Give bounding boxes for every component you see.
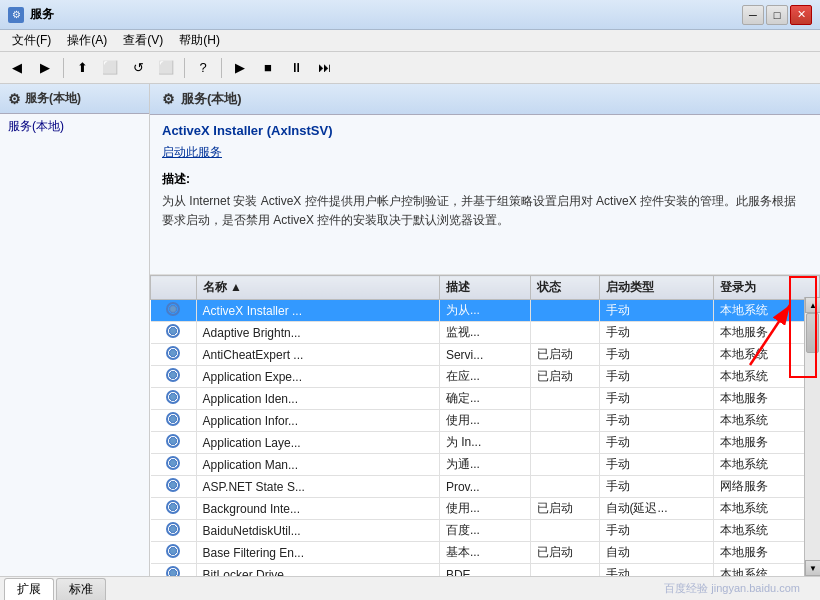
- forward-button[interactable]: ▶: [32, 56, 58, 80]
- service-gear-icon: [166, 478, 180, 492]
- help-button[interactable]: ?: [190, 56, 216, 80]
- scrollbar-track[interactable]: [805, 313, 820, 560]
- service-type-cell: 自动: [599, 542, 713, 564]
- service-type-cell: 手动: [599, 366, 713, 388]
- table-row[interactable]: BaiduNetdiskUtil...百度...手动本地系统: [151, 520, 820, 542]
- service-status-cell: [531, 454, 599, 476]
- start-button[interactable]: ▶: [227, 56, 253, 80]
- service-gear-icon: [166, 456, 180, 470]
- stop-button[interactable]: ■: [255, 56, 281, 80]
- table-row[interactable]: Application Man...为通...手动本地系统: [151, 454, 820, 476]
- menu-file[interactable]: 文件(F): [4, 30, 59, 51]
- service-status-cell: [531, 564, 599, 577]
- table-row[interactable]: Application Laye...为 In...手动本地服务: [151, 432, 820, 454]
- service-icon-cell: [151, 410, 197, 432]
- scroll-up-button[interactable]: ▲: [805, 297, 820, 313]
- scrollbar[interactable]: ▲ ▼: [804, 297, 820, 576]
- table-row[interactable]: ActiveX Installer ...为从...手动本地系统: [151, 300, 820, 322]
- up-button[interactable]: ⬆: [69, 56, 95, 80]
- service-status-cell: [531, 410, 599, 432]
- service-desc-cell: 为从...: [439, 300, 530, 322]
- service-desc-cell: 监视...: [439, 322, 530, 344]
- service-name-cell: Application Laye...: [196, 432, 439, 454]
- table-container: 名称 ▲ 描述 状态 启动类型 登录为 ActiveX Installer ..…: [150, 275, 820, 576]
- window-title: 服务: [30, 6, 742, 23]
- pause-button[interactable]: ⏸: [283, 56, 309, 80]
- menu-view[interactable]: 查看(V): [115, 30, 171, 51]
- scroll-down-button[interactable]: ▼: [805, 560, 820, 576]
- close-button[interactable]: ✕: [790, 5, 812, 25]
- table-row[interactable]: Background Inte...使用...已启动自动(延迟...本地系统: [151, 498, 820, 520]
- service-desc-cell: 使用...: [439, 410, 530, 432]
- restore-button[interactable]: □: [766, 5, 788, 25]
- status-bar: 扩展 标准: [0, 576, 820, 600]
- table-row[interactable]: Application Infor...使用...手动本地系统: [151, 410, 820, 432]
- table-row[interactable]: ASP.NET State S...Prov...手动网络服务: [151, 476, 820, 498]
- service-name-cell: Application Infor...: [196, 410, 439, 432]
- toolbar-sep-2: [184, 58, 185, 78]
- service-type-cell: 手动: [599, 388, 713, 410]
- right-panel-title: 服务(本地): [181, 90, 242, 108]
- service-icon-cell: [151, 542, 197, 564]
- table-row[interactable]: Application Iden...确定...手动本地服务: [151, 388, 820, 410]
- service-name-cell: ASP.NET State S...: [196, 476, 439, 498]
- service-status-cell: [531, 520, 599, 542]
- menu-help[interactable]: 帮助(H): [171, 30, 228, 51]
- table-row[interactable]: Application Expe...在应...已启动手动本地系统: [151, 366, 820, 388]
- col-header-status[interactable]: 状态: [531, 276, 599, 300]
- table-row[interactable]: AntiCheatExpert ...Servi...已启动手动本地系统: [151, 344, 820, 366]
- service-gear-icon: [166, 346, 180, 360]
- service-icon-cell: [151, 322, 197, 344]
- tree-item-local[interactable]: 服务(本地): [0, 114, 149, 139]
- service-desc-cell: 百度...: [439, 520, 530, 542]
- service-status-cell: 已启动: [531, 542, 599, 564]
- refresh-button[interactable]: ↺: [125, 56, 151, 80]
- export-button[interactable]: ⬜: [153, 56, 179, 80]
- service-status-cell: [531, 476, 599, 498]
- col-header-type[interactable]: 启动类型: [599, 276, 713, 300]
- desc-label: 描述:: [162, 171, 808, 188]
- service-desc-cell: 为 In...: [439, 432, 530, 454]
- table-body: ActiveX Installer ...为从...手动本地系统Adaptive…: [151, 300, 820, 577]
- service-gear-icon: [166, 302, 180, 316]
- table-row[interactable]: Adaptive Brightn...监视...手动本地服务: [151, 322, 820, 344]
- toolbar-sep-1: [63, 58, 64, 78]
- service-icon-cell: [151, 498, 197, 520]
- service-status-cell: 已启动: [531, 344, 599, 366]
- services-area: 名称 ▲ 描述 状态 启动类型 登录为 ActiveX Installer ..…: [150, 275, 820, 576]
- col-header-name[interactable]: 名称 ▲: [196, 276, 439, 300]
- back-button[interactable]: ◀: [4, 56, 30, 80]
- scrollbar-thumb[interactable]: [806, 313, 819, 353]
- service-status-cell: [531, 322, 599, 344]
- col-header-desc[interactable]: 描述: [439, 276, 530, 300]
- tab-standard[interactable]: 标准: [56, 578, 106, 600]
- minimize-button[interactable]: ─: [742, 5, 764, 25]
- service-gear-icon: [166, 324, 180, 338]
- service-name-cell: BaiduNetdiskUtil...: [196, 520, 439, 542]
- service-gear-icon: [166, 434, 180, 448]
- menu-action[interactable]: 操作(A): [59, 30, 115, 51]
- right-panel-header: ⚙ 服务(本地): [150, 84, 820, 115]
- start-service-link[interactable]: 启动此服务: [162, 144, 808, 161]
- service-name-cell: Application Expe...: [196, 366, 439, 388]
- service-status-cell: [531, 432, 599, 454]
- table-row[interactable]: Base Filtering En...基本...已启动自动本地服务: [151, 542, 820, 564]
- services-table: 名称 ▲ 描述 状态 启动类型 登录为 ActiveX Installer ..…: [150, 275, 820, 576]
- service-gear-icon: [166, 390, 180, 404]
- main-container: ⚙ 服务(本地) 服务(本地) ⚙ 服务(本地) ActiveX Install…: [0, 84, 820, 576]
- service-type-cell: 自动(延迟...: [599, 498, 713, 520]
- service-type-cell: 手动: [599, 432, 713, 454]
- selected-service-name: ActiveX Installer (AxInstSV): [162, 123, 808, 138]
- restart-button[interactable]: ⏭: [311, 56, 337, 80]
- service-icon-cell: [151, 300, 197, 322]
- col-header-login[interactable]: 登录为: [713, 276, 819, 300]
- tab-expand[interactable]: 扩展: [4, 578, 54, 600]
- table-row[interactable]: BitLocker Drive ...BDE...手动本地系统: [151, 564, 820, 577]
- service-icon-cell: [151, 476, 197, 498]
- service-desc-cell: Servi...: [439, 344, 530, 366]
- service-type-cell: 手动: [599, 520, 713, 542]
- show-hide-button[interactable]: ⬜: [97, 56, 123, 80]
- right-panel: ⚙ 服务(本地) ActiveX Installer (AxInstSV) 启动…: [150, 84, 820, 576]
- service-gear-icon: [166, 544, 180, 558]
- service-desc-cell: BDE...: [439, 564, 530, 577]
